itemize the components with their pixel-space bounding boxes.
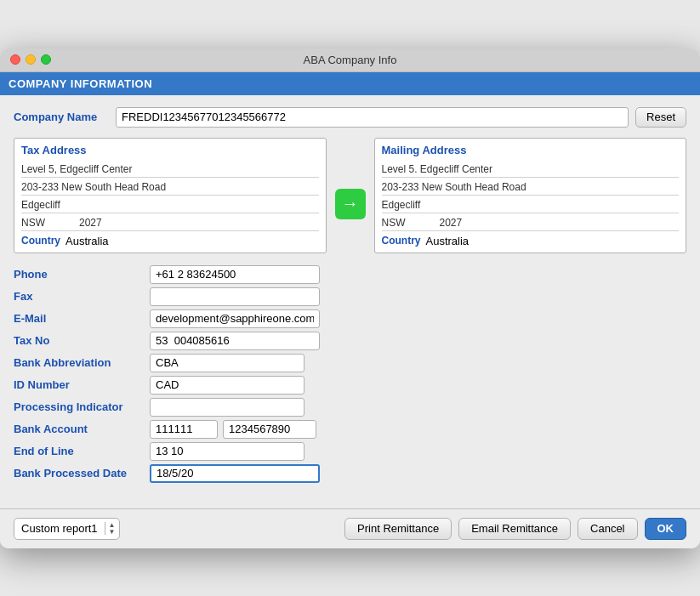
end-of-line-field [150, 442, 686, 461]
close-button[interactable] [10, 54, 20, 65]
mailing-address-state-postcode: NSW 2027 [382, 215, 680, 231]
mailing-address-column: Mailing Address Level 5. Edgecliff Cente… [374, 138, 687, 253]
main-window: ABA Company Info COMPANY INFORMATION Com… [0, 48, 700, 548]
tax-no-input[interactable] [150, 332, 320, 350]
reset-button[interactable]: Reset [635, 107, 686, 128]
tax-address-country-label: Country [21, 235, 60, 247]
mailing-address-header: Mailing Address [382, 144, 680, 156]
bank-processed-date-input[interactable] [150, 464, 320, 483]
mailing-address-line3: Edgecliff [382, 197, 680, 213]
company-name-row: Company Name Reset [14, 107, 686, 128]
mailing-address-line1: Level 5. Edgecliff Center [382, 162, 680, 178]
tax-address-state: NSW [21, 217, 45, 229]
tax-address-country: Australia [65, 235, 109, 247]
print-remittance-button[interactable]: Print Remittance [344, 518, 452, 540]
copy-address-button[interactable]: → [335, 189, 366, 219]
content-area: Company Name Reset Tax Address Level 5, … [0, 95, 700, 502]
tax-address-postcode: 2027 [79, 217, 102, 229]
id-number-field [150, 376, 686, 394]
tax-address-column: Tax Address Level 5, Edgecliff Center 20… [14, 138, 327, 253]
minimize-button[interactable] [26, 54, 36, 65]
bank-account-number-input[interactable] [223, 420, 316, 439]
title-bar: ABA Company Info [0, 48, 700, 72]
custom-report-label: Custom report1 [14, 522, 105, 535]
custom-report-container[interactable]: Custom report1 ▲ ▼ [14, 518, 120, 540]
end-of-line-input[interactable] [150, 442, 304, 461]
end-of-line-label: End of Line [14, 442, 150, 461]
id-number-label: ID Number [14, 376, 150, 394]
bank-processed-date-field [150, 464, 686, 483]
cancel-button[interactable]: Cancel [578, 518, 637, 540]
fax-field [150, 287, 686, 306]
custom-report-arrows[interactable]: ▲ ▼ [105, 522, 119, 536]
tax-no-label: Tax No [14, 332, 150, 350]
section-header: COMPANY INFORMATION [0, 72, 700, 95]
fields-section: Phone Fax E-Mail Tax No Bank Abbreviatio… [14, 265, 686, 483]
email-input[interactable] [150, 309, 320, 328]
maximize-button[interactable] [41, 54, 51, 65]
tax-address-state-postcode: NSW 2027 [21, 215, 319, 231]
tax-address-header: Tax Address [21, 144, 319, 156]
processing-indicator-field [150, 398, 686, 417]
email-label: E-Mail [14, 309, 150, 328]
bank-account-bsb-input[interactable] [150, 420, 218, 439]
processing-indicator-label: Processing Indicator [14, 398, 150, 417]
mailing-address-postcode: 2027 [440, 217, 463, 229]
id-number-input[interactable] [150, 376, 304, 394]
arrow-right-icon: → [342, 194, 359, 213]
window-title: ABA Company Info [304, 54, 397, 66]
phone-input[interactable] [150, 265, 320, 284]
company-name-label: Company Name [14, 111, 116, 123]
address-section: Tax Address Level 5, Edgecliff Center 20… [14, 138, 686, 253]
mailing-address-country-label: Country [382, 235, 421, 247]
phone-field [150, 265, 686, 284]
tax-address-country-row: Country Australia [21, 235, 319, 247]
mailing-address-country: Australia [426, 235, 470, 247]
email-remittance-button[interactable]: Email Remittance [458, 518, 571, 540]
processing-indicator-input[interactable] [150, 398, 304, 417]
fax-input[interactable] [150, 287, 320, 306]
bank-abbr-field [150, 354, 686, 372]
tax-address-line1: Level 5, Edgecliff Center [21, 162, 319, 178]
tax-no-field [150, 332, 686, 350]
bank-account-label: Bank Account [14, 420, 150, 439]
tax-address-line3: Edgecliff [21, 197, 319, 213]
bank-abbr-input[interactable] [150, 354, 304, 372]
chevron-down-icon: ▼ [109, 529, 116, 536]
mailing-address-country-row: Country Australia [382, 235, 680, 247]
phone-label: Phone [14, 265, 150, 284]
fax-label: Fax [14, 287, 150, 306]
ok-button[interactable]: OK [645, 518, 687, 540]
bank-account-field [150, 420, 686, 439]
mailing-address-state: NSW [382, 217, 406, 229]
bank-abbr-label: Bank Abbreviation [14, 354, 150, 372]
mailing-address-line2: 203-233 New South Head Road [382, 179, 680, 196]
tax-address-line2: 203-233 New South Head Road [21, 179, 319, 196]
company-name-input[interactable] [116, 107, 629, 128]
footer: Custom report1 ▲ ▼ Print Remittance Emai… [0, 508, 700, 548]
bank-processed-date-label: Bank Processed Date [14, 464, 150, 483]
traffic-lights [10, 54, 51, 65]
email-field [150, 309, 686, 328]
